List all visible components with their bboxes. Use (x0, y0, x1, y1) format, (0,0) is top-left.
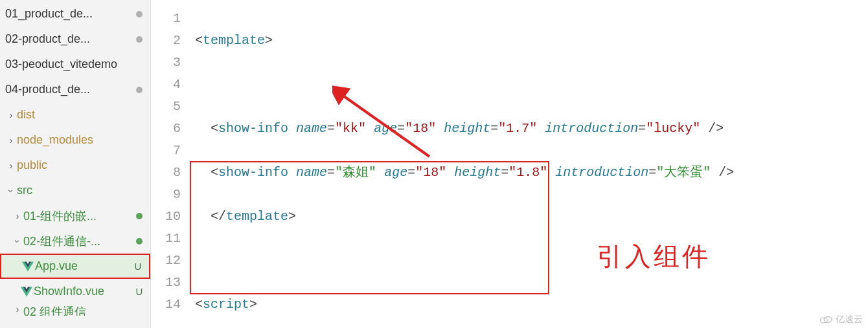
folder-public[interactable]: › public (0, 153, 150, 178)
folder-label: node_modules (17, 133, 150, 147)
code-line: <template> (195, 30, 868, 52)
folder-child-cutoff[interactable]: › 02 组件通信 (0, 304, 150, 316)
chevron-down-icon: › (12, 235, 23, 247)
watermark-text: 亿速云 (836, 314, 863, 325)
status-dot-icon (136, 238, 143, 245)
folder-label: public (17, 159, 150, 172)
folder-child[interactable]: › 02-组件通信-... (0, 228, 150, 254)
file-app-vue[interactable]: App.vue U (0, 254, 150, 279)
code-line (195, 250, 868, 272)
chevron-right-icon: › (5, 135, 17, 146)
vue-file-icon (19, 286, 34, 298)
project-label: 01_product_de... (5, 7, 136, 21)
project-label: 04-product_de... (5, 83, 136, 96)
chevron-right-icon: › (5, 160, 17, 171)
project-label: 03-peoduct_vitedemo (5, 58, 150, 71)
project-item[interactable]: 04-product_de... (0, 77, 150, 102)
file-label: App.vue (35, 259, 132, 273)
code-line: </template> (195, 206, 868, 228)
annotation-label: 引入组件 (597, 245, 711, 267)
project-item[interactable]: 02-product_de... (0, 27, 150, 52)
project-label: 02-product_de... (5, 32, 136, 46)
vue-file-icon (21, 261, 35, 272)
folder-node-modules[interactable]: › node_modules (0, 127, 150, 153)
folder-src[interactable]: › src (0, 178, 150, 203)
code-content[interactable]: <template> <show-info name="kk" age="18"… (195, 8, 868, 328)
folder-label: 01-组件的嵌... (23, 208, 136, 224)
svg-point-2 (824, 317, 832, 323)
git-status-marker: U (133, 286, 145, 297)
chevron-right-icon: › (5, 110, 17, 120)
status-dot-icon (136, 213, 143, 219)
chevron-down-icon: › (6, 185, 16, 197)
code-line (195, 74, 868, 96)
folder-child[interactable]: › 01-组件的嵌... (0, 203, 150, 228)
file-label: ShowInfo.vue (34, 285, 133, 298)
project-item[interactable]: 03-peoduct_vitedemo (0, 52, 150, 77)
project-item[interactable]: 01_product_de... (0, 1, 150, 27)
folder-label: dist (17, 108, 150, 122)
file-explorer: 01_product_de... 02-product_de... 03-peo… (0, 0, 151, 328)
modified-dot-icon (136, 87, 143, 93)
line-number-gutter: 1234567 891011121314 (151, 8, 195, 328)
folder-label: src (17, 184, 150, 197)
file-showinfo-vue[interactable]: ShowInfo.vue U (0, 279, 150, 304)
code-line: <show-info name="森姐" age="18" height="1.… (195, 162, 868, 184)
folder-dist[interactable]: › dist (0, 102, 150, 127)
chevron-right-icon: › (12, 304, 23, 314)
folder-label: 02 组件通信 (23, 304, 150, 316)
chevron-right-icon: › (12, 211, 23, 221)
code-line: <script> (195, 294, 868, 316)
git-status-marker: U (132, 261, 144, 272)
modified-dot-icon (136, 36, 143, 43)
watermark: 亿速云 (819, 314, 863, 325)
folder-label: 02-组件通信-... (23, 234, 136, 249)
code-line: <show-info name="kk" age="18" height="1.… (195, 118, 868, 140)
modified-dot-icon (136, 11, 143, 17)
code-editor[interactable]: 1234567 891011121314 <template> <show-in… (151, 0, 868, 328)
